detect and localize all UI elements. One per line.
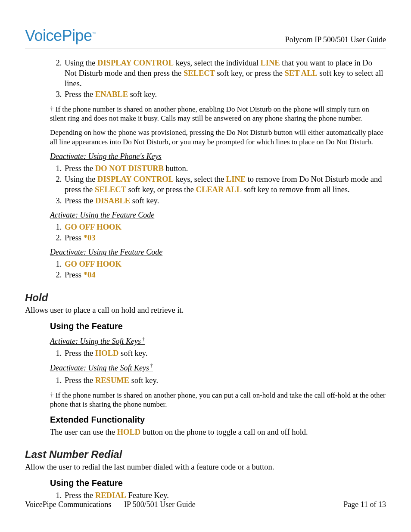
footer-right: Page 11 of 13 [343,500,386,510]
key-select: SELECT [184,69,215,78]
subsection-activate-softkeys: Activate: Using the Soft Keys † [50,336,386,346]
key-display-control: DISPLAY CONTROL [97,59,174,67]
deactivate-keys-list: Press the DO NOT DISTURB button. Using t… [52,163,386,205]
key-code-04: *04 [84,271,96,279]
page-footer: VoicePipe Communications IP 500/501 User… [25,496,386,510]
key-line: LINE [260,59,280,67]
hold-intro: Allows user to place a call on hold and … [25,305,386,315]
subsection-deactivate-code: Deactivate: Using the Feature Code [50,247,386,257]
key-resume: RESUME [95,376,129,385]
list-item: Press *04 [64,270,386,280]
subsection-deactivate-softkeys: Deactivate: Using the Soft Keys † [50,363,386,373]
hold-footnote: † If the phone number is shared on anoth… [50,391,386,409]
provisioning-note: Depending on how the phone was provision… [50,128,386,146]
key-select: SELECT [95,185,126,194]
key-hold: HOLD [95,349,118,358]
logo-text: VoicePipe [25,27,92,44]
dnd-continue-list: Using the DISPLAY CONTROL keys, select t… [52,58,386,100]
footer-center: IP 500/501 User Guide [124,500,343,510]
logo: VoicePipe™ [25,26,96,46]
footer-left: VoicePipe Communications [25,500,124,510]
key-code-03: *03 [84,233,96,242]
header-subtitle: Polycom IP 500/501 User Guide [285,35,386,46]
subsection-using-feature: Using the Feature [50,477,386,488]
subsection-extended-functionality: Extended Functionality [50,414,386,425]
key-dnd: DO NOT DISTURB [95,164,164,173]
extended-text: The user can use the HOLD button on the … [50,427,386,437]
key-off-hook: GO OFF HOOK [65,260,121,268]
key-off-hook: GO OFF HOOK [65,223,121,231]
logo-tm: ™ [92,31,97,36]
list-item: Using the DISPLAY CONTROL keys, select t… [64,58,386,89]
activate-code-list: GO OFF HOOK Press *03 [52,222,386,243]
hold-activate-list: Press the HOLD soft key. [52,348,386,358]
page-header: VoicePipe™ Polycom IP 500/501 User Guide [25,26,386,49]
hold-deactivate-list: Press the RESUME soft key. [52,375,386,386]
key-enable: ENABLE [95,90,128,99]
list-item: Press the ENABLE soft key. [64,89,386,100]
list-item: Press the DISABLE soft key. [64,196,386,206]
subsection-activate-code: Activate: Using the Feature Code [50,210,386,220]
key-clear-all: CLEAR ALL [196,185,242,194]
page-content: Using the DISPLAY CONTROL keys, select t… [25,58,386,501]
list-item: Press the HOLD soft key. [64,348,386,358]
section-last-number-redial: Last Number Redial [25,448,386,461]
list-item: Press the DO NOT DISTURB button. [64,163,386,174]
key-hold: HOLD [117,428,140,436]
key-set-all: SET ALL [285,69,318,78]
subsection-deactivate-keys: Deactivate: Using the Phone's Keys [50,152,386,162]
footnote-text: † If the phone number is shared on anoth… [50,105,386,123]
key-line: LINE [226,175,246,184]
redial-intro: Allow the user to redial the last number… [25,462,386,472]
key-display-control: DISPLAY CONTROL [97,175,174,184]
key-disable: DISABLE [95,196,130,205]
subsection-using-feature: Using the Feature [50,320,386,332]
list-item: GO OFF HOOK [64,222,386,232]
list-item: GO OFF HOOK [64,259,386,269]
list-item: Press the RESUME soft key. [64,375,386,386]
list-item: Using the DISPLAY CONTROL keys, select t… [64,174,386,195]
list-item: Press *03 [64,233,386,243]
deactivate-code-list: GO OFF HOOK Press *04 [52,259,386,280]
section-hold: Hold [25,291,386,304]
